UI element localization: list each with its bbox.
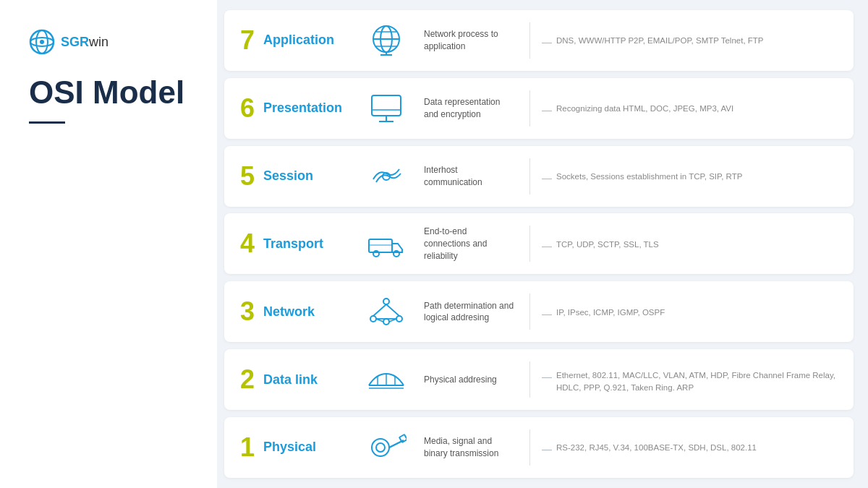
left-panel: SGRwin OSI Model [0, 0, 217, 488]
layer-description: Path determination and logical addresing [415, 300, 524, 325]
layer-number: 3 [231, 296, 263, 327]
layer-protocols: Sockets, Sessions establishment in TCP, … [556, 171, 742, 183]
layer-name: Data link [263, 372, 357, 388]
logo-icon [29, 29, 55, 55]
svg-point-35 [376, 443, 385, 452]
layer-name: Transport [263, 236, 357, 252]
layer-details: — TCP, UDP, SCTP, SSL, TLS [536, 234, 846, 254]
osi-layer-row: 1 Physical Media, signal and binary tran… [224, 417, 854, 478]
osi-layer-row: 4 Transport End-to-end connections and r… [224, 213, 854, 274]
layer-protocols: RS-232, RJ45, V.34, 100BASE-TX, SDH, DSL… [556, 442, 757, 454]
layer-name: Physical [263, 440, 357, 455]
dash-icon: — [542, 103, 552, 118]
page-title: OSI Model [29, 75, 195, 110]
layer-icon [357, 291, 415, 332]
dash-icon: — [542, 307, 552, 322]
layer-icon [357, 20, 415, 61]
layer-description: Physical addresing [415, 374, 524, 386]
svg-point-3 [40, 40, 44, 44]
right-panel: 7 Application Network process to applica… [217, 0, 868, 488]
layer-details: — DNS, WWW/HTTP P2P, EMAIL/POP, SMTP Tel… [536, 30, 846, 50]
layer-number: 2 [231, 364, 263, 395]
osi-layer-row: 7 Application Network process to applica… [224, 10, 854, 71]
layer-number: 5 [231, 161, 263, 192]
svg-line-25 [386, 304, 399, 316]
title-underline [29, 121, 65, 124]
svg-point-34 [372, 439, 389, 456]
layer-details: — IP, IPsec, ICMP, IGMP, OSPF [536, 302, 846, 322]
svg-point-23 [383, 319, 389, 325]
layer-icon [357, 223, 415, 264]
layer-details: — Ethernet, 802.11, MAC/LLC, VLAN, ATM, … [536, 365, 846, 395]
dash-icon: — [542, 239, 552, 254]
dash-icon: — [542, 171, 552, 186]
layer-name: Session [263, 168, 357, 184]
svg-rect-11 [372, 95, 401, 116]
svg-rect-16 [369, 239, 392, 252]
svg-point-20 [383, 299, 389, 304]
layer-icon [357, 156, 415, 197]
dash-icon: — [542, 442, 552, 457]
logo-text: SGRwin [61, 35, 109, 50]
layer-number: 6 [231, 93, 263, 124]
osi-layer-row: 6 Presentation Data representation and e… [224, 78, 854, 139]
layer-divider [529, 429, 530, 466]
layer-divider [529, 90, 530, 127]
layer-description: End-to-end connections and reliability [415, 226, 524, 262]
layer-number: 7 [231, 25, 263, 56]
layer-icon [357, 427, 415, 468]
logo-area: SGRwin [29, 29, 195, 55]
layer-name: Application [263, 33, 357, 48]
layer-description: Data representation and encryption [415, 96, 524, 121]
layer-divider [529, 22, 530, 59]
layer-details: — Sockets, Sessions establishment in TCP… [536, 166, 846, 186]
svg-point-22 [396, 316, 402, 322]
layer-description: Interhost communication [415, 164, 524, 189]
layer-number: 1 [231, 432, 263, 463]
layer-protocols: IP, IPsec, ICMP, IGMP, OSPF [556, 307, 665, 319]
layer-name: Presentation [263, 100, 357, 116]
osi-layer-row: 2 Data link Physical addresing — Etherne… [224, 349, 854, 410]
svg-point-21 [370, 316, 376, 322]
layer-details: — RS-232, RJ45, V.34, 100BASE-TX, SDH, D… [536, 437, 846, 457]
layer-divider [529, 294, 530, 330]
layer-number: 4 [231, 228, 263, 259]
osi-layer-row: 5 Session Interhost communication — Sock… [224, 146, 854, 207]
layer-name: Network [263, 304, 357, 320]
layer-protocols: TCP, UDP, SCTP, SSL, TLS [556, 239, 659, 251]
osi-layer-row: 3 Network Path determination and logical… [224, 281, 854, 342]
layer-description: Network process to application [415, 28, 524, 53]
svg-line-24 [373, 304, 386, 316]
layer-protocols: Ethernet, 802.11, MAC/LLC, VLAN, ATM, HD… [556, 369, 846, 395]
layer-icon [357, 88, 415, 129]
dash-icon: — [542, 35, 552, 50]
dash-icon: — [542, 369, 552, 385]
layer-details: — Recognizing data HTML, DOC, JPEG, MP3,… [536, 98, 846, 118]
layer-divider [529, 226, 530, 262]
layer-description: Media, signal and binary transmission [415, 435, 524, 460]
layer-icon [357, 359, 415, 400]
layer-protocols: Recognizing data HTML, DOC, JPEG, MP3, A… [556, 103, 733, 115]
layer-divider [529, 361, 530, 398]
layer-protocols: DNS, WWW/HTTP P2P, EMAIL/POP, SMTP Telne… [556, 35, 764, 47]
layer-divider [529, 158, 530, 194]
